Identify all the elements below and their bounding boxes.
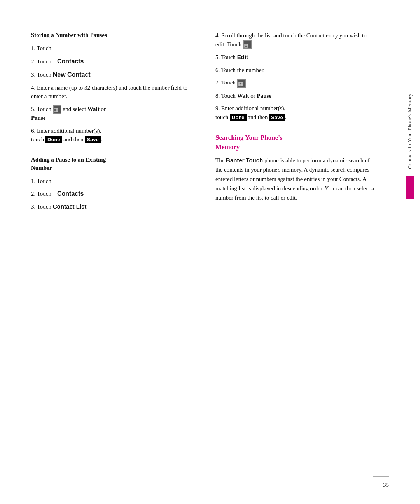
right-step-4: 4. Scroll through the list and touch the…: [215, 31, 376, 49]
main-content: Storing a Number with Pauses 1. Touch . …: [0, 31, 400, 481]
right-step-5: 5. Touch Edit: [215, 53, 376, 62]
page: Storing a Number with Pauses 1. Touch . …: [0, 0, 420, 504]
left-step-1: 1. Touch .: [31, 44, 192, 53]
add-step-3: 3. Touch Contact List: [31, 202, 192, 211]
icon-menu-4: [243, 40, 252, 49]
icon-menu-5: [53, 105, 61, 114]
left-step-2: 2. Touch Contacts: [31, 57, 192, 66]
left-step-6: 6. Enter additional number(s), touch Don…: [31, 126, 192, 144]
sidebar-bar: [406, 176, 414, 199]
icon-menu-7: [237, 79, 246, 88]
add-step-2: 2. Touch Contacts: [31, 189, 192, 198]
right-step-7: 7. Touch .: [215, 78, 376, 88]
searching-heading: Searching Your Phone'sMemory: [215, 133, 376, 152]
right-column: 4. Scroll through the list and touch the…: [212, 31, 376, 481]
section-adding-heading: Adding a Pause to an ExistingNumber: [31, 156, 192, 172]
right-step-6: 6. Touch the number.: [215, 66, 376, 75]
left-column: Storing a Number with Pauses 1. Touch . …: [31, 31, 196, 481]
searching-body: The Banter Touch phone is able to perfor…: [215, 156, 376, 202]
left-step-5: 5. Touch and select Wait or Pause: [31, 105, 192, 123]
sidebar: Contacts in Your Phone's Memory: [400, 31, 420, 481]
sidebar-text: Contacts in Your Phone's Memory: [407, 93, 413, 169]
section-adding: Adding a Pause to an ExistingNumber 1. T…: [31, 156, 192, 211]
left-step-3: 3. Touch New Contact: [31, 70, 192, 79]
add-step-1: 1. Touch .: [31, 177, 192, 186]
page-number: 35: [383, 482, 389, 488]
section-storing: Storing a Number with Pauses 1. Touch . …: [31, 31, 192, 144]
right-step-9: 9. Enter additional number(s), touch Don…: [215, 104, 376, 121]
section-searching: Searching Your Phone'sMemory The Banter …: [215, 133, 376, 202]
divider-line: [373, 476, 389, 477]
section-storing-heading: Storing a Number with Pauses: [31, 31, 192, 39]
right-step-8: 8. Touch Wait or Pause: [215, 91, 376, 100]
left-step-4: 4. Enter a name (up to 32 characters) an…: [31, 83, 192, 101]
